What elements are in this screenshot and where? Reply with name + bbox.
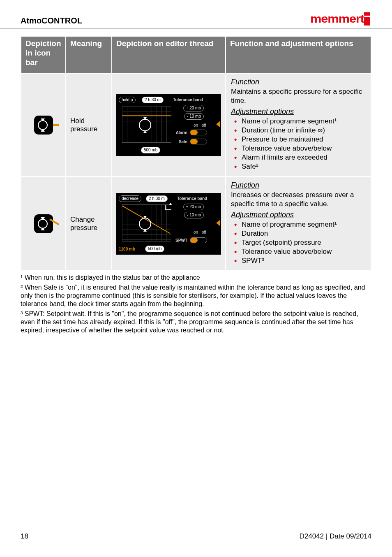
- hold-pressure-panel: hold p 2 h:30 m Tolerance band + 20 mb -…: [116, 94, 221, 156]
- cell-function: Function Increases or decreases pressure…: [226, 177, 371, 270]
- tolerance-minus-pill: - 10 mb: [184, 113, 204, 120]
- brand-mark-icon: [362, 12, 371, 26]
- segment-name-pill: decrease: [119, 195, 141, 202]
- tolerance-label: Tolerance band: [177, 196, 207, 201]
- header-title: AtmoCONTROL: [21, 16, 82, 26]
- page-footer: 18 D24042 | Date 09/2014: [0, 532, 392, 541]
- cell-meaning: Hold pressure: [66, 74, 111, 176]
- cell-meaning: Change pressure: [66, 177, 111, 270]
- target-value-pill: 500 mb: [145, 246, 164, 252]
- spwt-label: SPWT: [175, 238, 187, 243]
- list-item: Tolerance value above/below: [231, 144, 366, 153]
- list-item: Target (setpoint) pressure: [231, 238, 366, 247]
- collapse-arrow-icon: [216, 121, 220, 128]
- list-item: Pressure to be maintained: [231, 135, 366, 144]
- adjustment-heading: Adjustment options: [231, 107, 366, 116]
- alarm-label: Alarm: [176, 130, 187, 135]
- th-meaning: Meaning: [66, 37, 111, 73]
- adjustment-list: Name of programme segment¹ Duration Targ…: [231, 220, 366, 265]
- function-text: Increases or decreases pressure over a s…: [231, 190, 366, 208]
- cell-icon: [21, 74, 65, 176]
- list-item: Name of programme segment¹: [231, 220, 366, 229]
- cell-function: Function Maintains a specific pressure f…: [226, 74, 371, 176]
- page-header: AtmoCONTROL memmert: [0, 0, 392, 28]
- segment-name-pill: hold p: [119, 97, 136, 103]
- collapse-arrow-icon: [216, 220, 220, 226]
- page-number: 18: [21, 532, 28, 541]
- brand-text: memmert: [310, 12, 364, 26]
- function-text: Maintains a specific pressure for a spec…: [231, 87, 366, 105]
- list-item: Name of programme segment¹: [231, 117, 366, 126]
- list-item: SPWT³: [231, 256, 366, 265]
- footnote-3: ³ SPWT: Setpoint wait. If this is "on", …: [21, 310, 371, 334]
- pressure-line: [122, 115, 171, 116]
- on-label: on: [194, 230, 198, 234]
- spwt-toggle: [190, 237, 207, 243]
- pressure-center-icon: [139, 218, 151, 230]
- safe-label: Safe: [179, 139, 187, 144]
- doc-id: D24042 | Date 09/2014: [300, 532, 372, 541]
- tolerance-plus-pill: + 20 mb: [183, 105, 204, 111]
- footnote-2: ² When Safe is "on", it is ensured that …: [21, 283, 371, 308]
- adjustment-heading: Adjustment options: [231, 211, 366, 219]
- parameters-table: Depiction in icon bar Meaning Depiction …: [21, 36, 371, 271]
- cell-editor: hold p 2 h:30 m Tolerance band + 20 mb -…: [112, 74, 225, 176]
- ramp-mode-icon: [165, 205, 171, 210]
- pressure-center-icon: [139, 119, 151, 131]
- list-item: Tolerance value above/below: [231, 247, 366, 256]
- table-row: Change pressure decrease 2 h:30 m Tolera…: [21, 177, 371, 270]
- list-item: Safe²: [231, 162, 366, 171]
- th-icon-bar: Depiction in icon bar: [21, 37, 65, 73]
- tolerance-plus-pill: + 20 mb: [183, 204, 204, 210]
- safe-toggle: [190, 139, 207, 144]
- tolerance-minus-pill: - 10 mb: [184, 212, 204, 218]
- change-pressure-panel: decrease 2 h:30 m Tolerance band + 20 mb…: [116, 193, 221, 255]
- list-item: Alarm if limits are exceeded: [231, 153, 366, 162]
- th-function: Function and adjustment options: [226, 37, 371, 73]
- footnotes: ¹ When run, this is displayed in the sta…: [0, 271, 392, 334]
- function-heading: Function: [231, 78, 366, 86]
- alarm-toggle: [190, 130, 207, 135]
- cell-icon: [21, 177, 65, 270]
- off-label: off: [202, 230, 206, 234]
- cell-editor: decrease 2 h:30 m Tolerance band + 20 mb…: [112, 177, 225, 270]
- table-row: Hold pressure hold p 2 h:30 m Tolerance …: [21, 74, 371, 176]
- hold-pressure-icon: [34, 116, 53, 135]
- change-pressure-icon: [34, 214, 53, 233]
- list-item: Duration (time or infinite ∞): [231, 126, 366, 135]
- function-heading: Function: [231, 181, 366, 190]
- pressure-value-pill: 500 mb: [141, 147, 160, 153]
- footnote-1: ¹ When run, this is displayed in the sta…: [21, 274, 371, 282]
- list-item: Duration: [231, 229, 366, 238]
- duration-pill: 2 h:30 m: [146, 195, 168, 202]
- on-label: on: [194, 123, 198, 128]
- th-editor: Depiction on editor thread: [112, 37, 225, 73]
- adjustment-list: Name of programme segment¹ Duration (tim…: [231, 117, 366, 172]
- tolerance-label: Tolerance band: [173, 97, 203, 102]
- duration-pill: 2 h:30 m: [142, 97, 164, 103]
- start-value-label: 1100 mb: [119, 247, 135, 251]
- off-label: off: [202, 123, 206, 128]
- brand-logo: memmert: [313, 12, 371, 26]
